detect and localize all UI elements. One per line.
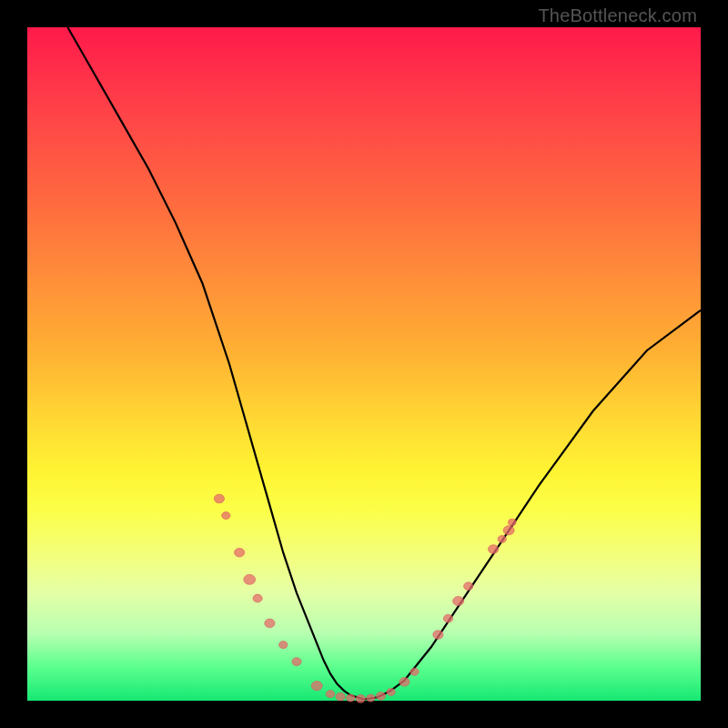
curve-marker [311,682,322,691]
curve-marker [509,519,517,525]
curve-marker [489,545,499,554]
bottleneck-curve [67,27,701,700]
curve-marker [244,574,256,584]
curve-marker [367,694,375,702]
chart-frame: TheBottleneck.com [0,0,728,728]
curve-marker [336,693,345,701]
curve-marker [356,694,365,703]
curve-marker [410,668,419,675]
curve-marker [443,614,452,622]
curve-marker [265,619,275,628]
curve-marker [235,548,245,557]
curve-marker [253,594,262,602]
curve-marker [498,535,506,542]
curve-marker [433,631,443,640]
curve-marker [214,494,224,503]
curve-marker [347,694,355,702]
curve-marker [453,596,464,605]
curve-marker [464,582,473,591]
curve-marker [222,512,230,520]
curve-marker [503,526,514,535]
marker-group [214,494,516,703]
curve-marker [279,642,288,649]
curve-marker [399,678,410,687]
watermark-text: TheBottleneck.com [538,5,697,26]
curve-marker [292,658,301,666]
curve-svg [27,27,701,701]
curve-marker [326,691,334,698]
curve-marker [376,692,385,700]
curve-marker [387,688,395,695]
plot-area [27,27,701,701]
